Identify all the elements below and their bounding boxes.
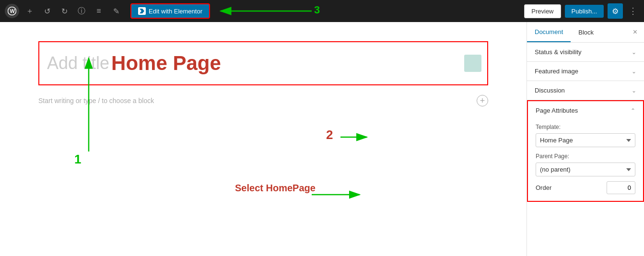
chevron-down-icon-3: ⌄ xyxy=(632,87,636,94)
redo-button[interactable]: ↻ xyxy=(58,4,71,18)
status-visibility-header[interactable]: Status & visibility ⌄ xyxy=(527,43,644,61)
list-view-button[interactable]: ≡ xyxy=(92,4,105,18)
title-box: Add title Home Page xyxy=(38,41,488,85)
placeholder-text: Start writing or type / to choose a bloc… xyxy=(38,97,154,105)
discussion-section: Discussion ⌄ xyxy=(527,81,644,100)
template-select[interactable]: Home Page Default Template Full Width xyxy=(536,133,635,147)
chevron-up-icon: ⌃ xyxy=(631,107,635,114)
editor-body-placeholder: Start writing or type / to choose a bloc… xyxy=(38,95,488,106)
right-sidebar: Document Block × Status & visibility ⌄ F… xyxy=(527,22,644,256)
toolbar: W ＋ ↺ ↻ ⓘ ≡ ✎ Edit with Elementor 3 Prev… xyxy=(0,0,644,22)
add-block-button[interactable]: + xyxy=(477,95,488,106)
order-input[interactable] xyxy=(607,181,635,194)
more-options-button[interactable]: ⋮ xyxy=(627,4,639,18)
svg-text:W: W xyxy=(10,8,15,14)
discussion-header[interactable]: Discussion ⌄ xyxy=(527,81,644,100)
settings-button[interactable]: ⚙ xyxy=(608,3,623,19)
plus-icon: + xyxy=(480,96,485,106)
main-area: Add title Home Page Start writing or typ… xyxy=(0,22,644,256)
redo-icon: ↻ xyxy=(61,7,68,16)
tab-document[interactable]: Document xyxy=(527,23,571,42)
add-block-toolbar-button[interactable]: ＋ xyxy=(23,4,36,18)
dots-icon: ⋮ xyxy=(629,6,637,16)
annotation-label-2: 2 xyxy=(326,128,333,142)
edit-with-elementor-button[interactable]: Edit with Elementor xyxy=(130,3,210,19)
info-button[interactable]: ⓘ xyxy=(75,4,88,18)
edit-icon: ✎ xyxy=(113,7,119,16)
annotation-arrow-select xyxy=(307,180,364,209)
sidebar-header: Document Block × xyxy=(527,22,644,43)
preview-button[interactable]: Preview xyxy=(524,4,561,18)
title-placeholder: Add title xyxy=(47,53,109,73)
undo-icon: ↺ xyxy=(44,7,50,16)
parent-page-select[interactable]: (no parent) Home About xyxy=(536,163,635,176)
edit-button[interactable]: ✎ xyxy=(109,4,123,18)
toolbar-right: Preview Publish... ⚙ ⋮ xyxy=(524,3,639,19)
status-visibility-section: Status & visibility ⌄ xyxy=(527,43,644,62)
order-label: Order xyxy=(536,184,551,191)
add-icon: ＋ xyxy=(26,6,34,16)
svg-text:3: 3 xyxy=(314,4,320,16)
close-icon: × xyxy=(633,28,637,36)
svg-text:1: 1 xyxy=(74,152,81,166)
parent-page-label: Parent Page: xyxy=(536,153,635,160)
page-attributes-header[interactable]: Page Attributes ⌃ xyxy=(528,101,643,120)
publish-button[interactable]: Publish... xyxy=(565,5,604,18)
elementor-btn-label: Edit with Elementor xyxy=(149,8,202,15)
info-icon: ⓘ xyxy=(78,6,85,16)
chevron-down-icon: ⌄ xyxy=(632,49,636,56)
sidebar-close-button[interactable]: × xyxy=(626,22,644,42)
annotation-arrow-2 xyxy=(312,118,369,156)
gear-icon: ⚙ xyxy=(612,7,619,16)
chevron-down-icon-2: ⌄ xyxy=(632,68,636,75)
elementor-icon xyxy=(138,7,146,15)
editor-area: Add title Home Page Start writing or typ… xyxy=(0,22,527,256)
parent-page-field: Parent Page: (no parent) Home About xyxy=(536,153,635,176)
undo-button[interactable]: ↺ xyxy=(40,4,54,18)
wp-logo[interactable]: W xyxy=(5,4,19,18)
tab-block[interactable]: Block xyxy=(571,23,601,42)
page-attributes-section: Page Attributes ⌃ Template: Home Page De… xyxy=(527,100,644,202)
annotation-select-homepage: Select HomePage xyxy=(235,183,316,194)
color-swatch xyxy=(464,55,481,72)
featured-image-section: Featured image ⌄ xyxy=(527,62,644,81)
template-label: Template: xyxy=(536,124,635,130)
list-icon: ≡ xyxy=(96,7,101,15)
page-attributes-content: Template: Home Page Default Template Ful… xyxy=(528,120,643,201)
order-row: Order xyxy=(536,181,635,194)
featured-image-header[interactable]: Featured image ⌄ xyxy=(527,62,644,81)
page-title-text[interactable]: Home Page xyxy=(111,52,221,75)
